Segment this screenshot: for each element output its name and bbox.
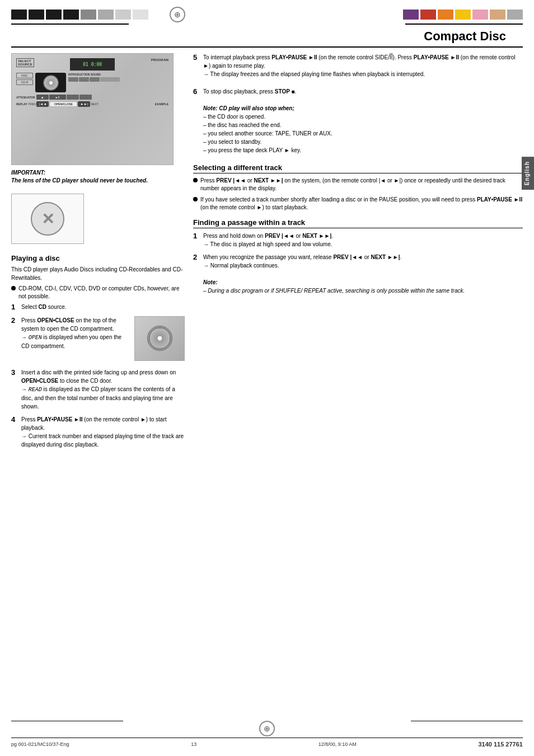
finding-section: Finding a passage within a track 1 Press…: [193, 218, 523, 299]
side-tab-english: English: [522, 157, 534, 190]
cd-small-image: [134, 316, 185, 361]
step-2-content: Press OPEN•CLOSE on the top of the syste…: [21, 316, 185, 364]
volume-slider[interactable]: [100, 77, 120, 82]
step-num-6: 6: [193, 87, 197, 96]
selecting-bullet-text-2: If you have selected a track number shor…: [200, 196, 523, 212]
step-5-content: To interrupt playback press PLAY•PAUSE ►…: [203, 53, 523, 78]
cd-disc-area: [35, 73, 66, 92]
finding-step-num-2: 2: [193, 253, 197, 262]
att-label: ATTENUATOR: [16, 96, 35, 99]
program-label: PROGRAM: [151, 58, 168, 62]
step-num-1: 1: [11, 303, 15, 312]
step-num-5: 5: [193, 53, 197, 62]
step-2: 2 Press OPEN•CLOSE on the top of the sys…: [11, 316, 185, 364]
bar-block: [133, 10, 148, 20]
page-title: Compact Disc: [424, 29, 506, 43]
prev-btn[interactable]: |◄◄: [36, 101, 49, 107]
bottom-line-right: [411, 721, 523, 721]
playing-disc-title: Playing a disc: [11, 254, 185, 262]
right-column: 5 To interrupt playback press PLAY•PAUSE…: [193, 53, 523, 456]
cdr-button: CD-R: [16, 79, 33, 85]
bar-block: [29, 10, 44, 20]
example-label: EXAMPLE: [155, 102, 168, 106]
cd-display: 01 0:00: [70, 58, 115, 71]
step-4: 4 Press PLAY•PAUSE ►II (on the remote co…: [11, 415, 185, 449]
step-3-content: Insert a disc with the printed side faci…: [21, 368, 185, 411]
bullet-dot: [11, 286, 16, 290]
bottom-compass-icon: ⊕: [259, 721, 275, 736]
ctrl-btn[interactable]: [79, 77, 89, 82]
finding-step-num-1: 1: [193, 232, 197, 241]
bottom-line-left: [11, 721, 123, 721]
cd-player-image: SELECTSOURCE 01 0:00 PROGRAM DISC CD-R: [11, 53, 174, 165]
finding-title: Finding a passage within a track: [193, 218, 523, 228]
step-5: 5 To interrupt playback press PLAY•PAUSE…: [193, 53, 523, 83]
finding-step-2: 2 When you recognize the passage you wan…: [193, 253, 523, 299]
bar-block: [403, 10, 419, 20]
prev-label: PREV: [29, 102, 36, 106]
open-close-btn[interactable]: OPEN/CLOSE: [49, 101, 77, 107]
important-text: The lens of the CD player should never b…: [11, 177, 185, 185]
bullet-dot-sel2: [193, 197, 198, 201]
ctrl-btn3[interactable]: [79, 95, 92, 100]
ctrl-btn[interactable]: [90, 77, 100, 82]
finding-step-1: 1 Press and hold down on PREV |◄◄ or NEX…: [193, 232, 523, 253]
important-section: IMPORTANT: The lens of the CD player sho…: [11, 170, 185, 185]
lens-area: ✕: [11, 194, 84, 244]
disc-button: DISC: [16, 73, 33, 78]
playing-disc-section: Playing a disc This CD player plays Audi…: [11, 254, 185, 449]
top-bars: ⊕: [0, 0, 534, 22]
bar-block: [46, 10, 62, 20]
page-title-area: Compact Disc: [11, 25, 523, 48]
footer-date: 12/8/00, 9:10 AM: [318, 741, 357, 747]
stop-button[interactable]: ■: [36, 95, 49, 100]
cd-small-disc: [147, 326, 172, 351]
top-line-right: [405, 24, 523, 25]
bar-block: [420, 10, 436, 20]
ctrl-btn2[interactable]: [67, 95, 79, 100]
playing-disc-intro: This CD player plays Audio Discs includi…: [11, 265, 185, 282]
main-content: SELECTSOURCE 01 0:00 PROGRAM DISC CD-R: [0, 48, 534, 461]
footer-left: pg 001-021/MC10/37-Eng: [11, 741, 69, 747]
next-label: NEXT: [91, 102, 98, 106]
left-column: SELECTSOURCE 01 0:00 PROGRAM DISC CD-R: [11, 53, 185, 456]
selecting-bullet-text-1: Press PREV |◄◄ or NEXT ►►| on the system…: [200, 177, 523, 192]
step-num-2: 2: [11, 316, 15, 325]
step-4-content: Press PLAY•PAUSE ►II (on the remote cont…: [21, 415, 185, 449]
top-line-left: [11, 24, 129, 25]
bar-block: [490, 10, 505, 20]
step-3: 3 Insert a disc with the printed side fa…: [11, 368, 185, 411]
introduction-sound-label: INTRODUCTION SOUND: [68, 73, 168, 76]
step-num-3: 3: [11, 368, 15, 377]
footer-mid: 13: [191, 741, 196, 747]
step-1-content: Select CD source.: [21, 303, 185, 311]
bar-block: [63, 10, 79, 20]
selecting-section: Selecting a different track Press PREV |…: [193, 163, 523, 212]
footer-code: 3140 115 27761: [478, 741, 523, 748]
select-source-label: SELECTSOURCE: [16, 58, 34, 67]
playpause-button[interactable]: ►II: [49, 95, 66, 100]
bar-block: [438, 10, 453, 20]
important-label: IMPORTANT:: [11, 170, 185, 176]
cd-player-simulation: SELECTSOURCE 01 0:00 PROGRAM DISC CD-R: [12, 54, 173, 165]
selecting-bullet-2: If you have selected a track number shor…: [193, 196, 523, 212]
cd-disc: [43, 75, 59, 91]
cd-small-sim: [135, 317, 184, 360]
bar-block: [115, 10, 131, 20]
lens-image-area: ✕: [11, 189, 185, 248]
bar-block: [11, 10, 27, 20]
bottom-decorative: ⊕: [11, 721, 523, 736]
page-footer: pg 001-021/MC10/37-Eng 13 12/8/00, 9:10 …: [11, 738, 523, 748]
bullet-item-1: CD-ROM, CD-I, CDV, VCD, DVD or computer …: [11, 285, 185, 300]
next-btn[interactable]: ►►|: [78, 101, 90, 107]
selecting-title: Selecting a different track: [193, 163, 523, 173]
lens-circle: ✕: [31, 202, 64, 236]
bar-block: [455, 10, 471, 20]
step-6: 6 To stop disc playback, press STOP ■. N…: [193, 87, 523, 159]
step-1: 1 Select CD source.: [11, 303, 185, 312]
bullet-text-1: CD-ROM, CD-I, CDV, VCD, DVD or computer …: [18, 285, 185, 300]
top-bar-left: [11, 10, 148, 20]
ctrl-btn[interactable]: [68, 77, 78, 82]
bar-block: [98, 10, 114, 20]
bar-block: [507, 10, 523, 20]
